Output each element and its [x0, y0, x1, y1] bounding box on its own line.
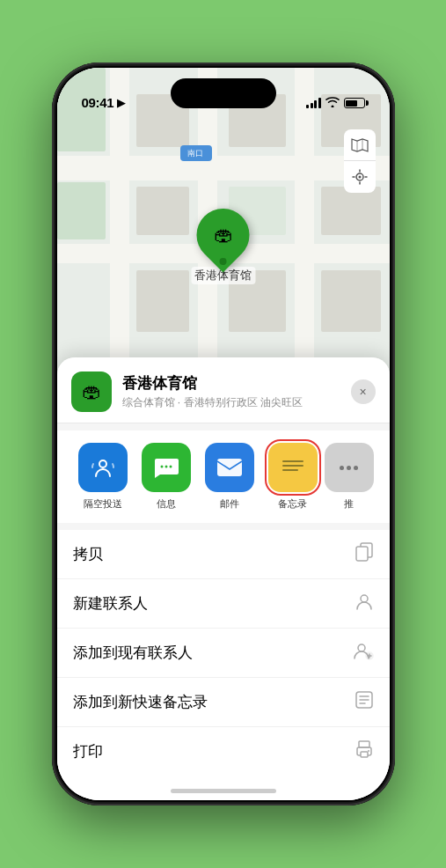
battery-icon — [344, 98, 365, 108]
airdrop-icon — [78, 443, 128, 492]
share-messages[interactable]: 信息 — [135, 443, 198, 511]
add-to-contact-label: 添加到现有联系人 — [73, 643, 193, 663]
messages-label: 信息 — [157, 497, 176, 511]
wifi-icon — [325, 96, 340, 110]
venue-info: 香港体育馆 综合体育馆 · 香港特别行政区 油尖旺区 — [122, 373, 340, 410]
svg-rect-8 — [136, 270, 189, 332]
svg-rect-24 — [282, 460, 303, 462]
share-mail[interactable]: 邮件 — [198, 443, 261, 511]
action-copy[interactable]: 拷贝 — [57, 530, 390, 579]
action-new-contact[interactable]: 新建联系人 — [57, 579, 390, 629]
bottom-sheet: 🏟 香港体育馆 综合体育馆 · 香港特别行政区 油尖旺区 × — [57, 357, 390, 800]
svg-rect-14 — [321, 270, 381, 332]
more-label: 推 — [344, 497, 354, 511]
action-add-to-contact[interactable]: 添加到现有联系人 — [57, 629, 390, 678]
south-entrance-label: 南口 南口 — [180, 145, 212, 161]
svg-rect-28 — [356, 547, 368, 561]
messages-icon — [142, 443, 191, 492]
action-quick-note[interactable]: 添加到新快速备忘录 — [57, 678, 390, 727]
venue-name: 香港体育馆 — [122, 373, 340, 394]
svg-point-21 — [165, 466, 167, 468]
map-controls — [344, 129, 376, 193]
action-print[interactable]: 打印 — [57, 727, 390, 776]
print-icon — [355, 739, 374, 763]
svg-rect-16 — [57, 182, 106, 239]
new-contact-icon — [355, 592, 374, 615]
share-notes[interactable]: 备忘录 — [261, 443, 325, 511]
dynamic-island — [171, 78, 276, 108]
close-button[interactable]: × — [351, 379, 376, 404]
mail-label: 邮件 — [220, 497, 239, 511]
home-indicator — [171, 789, 276, 793]
venue-description: 综合体育馆 · 香港特别行政区 油尖旺区 — [122, 395, 340, 410]
notes-icon — [268, 443, 318, 492]
svg-rect-35 — [361, 752, 368, 757]
svg-point-20 — [160, 466, 163, 468]
svg-rect-26 — [282, 469, 298, 471]
svg-rect-13 — [321, 187, 381, 235]
svg-point-22 — [169, 466, 172, 468]
svg-rect-1 — [57, 156, 390, 180]
svg-point-29 — [361, 595, 368, 602]
venue-icon: 🏟 — [71, 371, 112, 412]
svg-rect-23 — [217, 459, 242, 476]
signal-icon — [306, 98, 321, 108]
mail-icon — [205, 443, 254, 492]
copy-label: 拷贝 — [73, 544, 103, 564]
location-button[interactable] — [344, 161, 376, 193]
svg-point-19 — [99, 460, 106, 467]
status-icons — [306, 96, 365, 110]
share-more[interactable]: 推 — [325, 443, 374, 511]
svg-point-18 — [358, 176, 361, 179]
svg-point-30 — [358, 644, 365, 651]
new-contact-label: 新建联系人 — [73, 593, 148, 614]
status-time: 09:41 — [82, 95, 114, 110]
action-list: 拷贝 新建联系人 — [57, 530, 390, 776]
share-row: 隔空投送 信息 — [57, 430, 390, 523]
share-airdrop[interactable]: 隔空投送 — [71, 443, 135, 511]
quick-note-icon — [355, 690, 374, 714]
svg-rect-25 — [282, 465, 303, 467]
svg-rect-7 — [136, 187, 189, 235]
svg-point-36 — [368, 750, 369, 752]
location-arrow-icon: ▶ — [117, 96, 126, 109]
venue-header: 🏟 香港体育馆 综合体育馆 · 香港特别行政区 油尖旺区 × — [57, 357, 390, 423]
add-to-contact-icon — [353, 641, 374, 665]
phone-screen: 09:41 ▶ — [57, 68, 390, 800]
map-type-button[interactable] — [344, 129, 376, 161]
svg-rect-33 — [359, 741, 369, 747]
notes-label: 备忘录 — [278, 497, 307, 511]
quick-note-label: 添加到新快速备忘录 — [73, 692, 208, 712]
airdrop-label: 隔空投送 — [84, 497, 122, 511]
copy-icon — [355, 542, 374, 566]
phone-frame: 09:41 ▶ — [52, 63, 395, 805]
more-icon — [325, 443, 374, 492]
print-label: 打印 — [73, 741, 103, 761]
location-pin: 🏟 香港体育馆 — [191, 209, 255, 284]
